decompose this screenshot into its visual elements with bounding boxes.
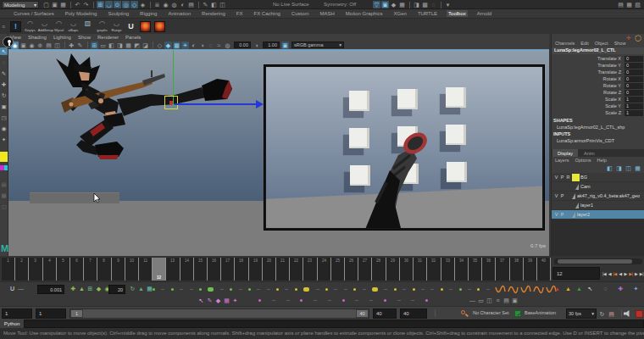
key-pill[interactable] bbox=[303, 287, 309, 292]
shelf-tab-rigging[interactable]: Rigging bbox=[138, 10, 158, 17]
channel-value-field[interactable]: 0 bbox=[625, 83, 643, 89]
select-tool[interactable]: ↖ bbox=[0, 47, 8, 55]
viewport-safe-title-icon[interactable]: ◪ bbox=[142, 42, 149, 49]
render-current-frame-icon[interactable]: ◍ bbox=[170, 1, 178, 8]
tick-dash[interactable] bbox=[411, 300, 414, 301]
panel-menu-show[interactable]: Show bbox=[78, 35, 91, 40]
frame-26[interactable]: 26 bbox=[345, 258, 358, 281]
viewport-shadows-icon[interactable]: ◐ bbox=[190, 42, 197, 49]
colorspace-dropdown[interactable]: sRGB gamma▾ bbox=[291, 42, 344, 48]
translate-x-arrowhead-icon[interactable] bbox=[256, 100, 264, 108]
kicking-leg-model[interactable] bbox=[266, 67, 542, 228]
selection-mask-hierarchy-icon[interactable]: ▽ bbox=[373, 1, 380, 8]
viewport-textured-icon[interactable]: ▩ bbox=[173, 42, 180, 49]
tick-dash[interactable] bbox=[239, 289, 242, 290]
key-dot[interactable] bbox=[276, 288, 279, 291]
make-object-live-icon[interactable]: ◈ bbox=[139, 1, 147, 8]
playback-start-field[interactable]: 1 bbox=[36, 308, 66, 319]
shelf-addsetup[interactable]: ◡AddSetup bbox=[37, 19, 52, 33]
snap-to-view-plane-icon[interactable]: ◇ bbox=[130, 1, 138, 8]
save-scene-icon[interactable]: ▦ bbox=[59, 1, 67, 8]
layer-new-from-selected-icon[interactable]: ▦ bbox=[634, 164, 641, 172]
shelf-range[interactable]: ◡Range bbox=[109, 19, 124, 33]
frame-9[interactable]: 9 bbox=[112, 258, 125, 281]
frame-14[interactable]: 14 bbox=[180, 258, 194, 281]
layer-row-ak47-rig-v0-4-beta-ak47-geo[interactable]: VPak47_rig_v0.4_beta:ak47_geo bbox=[552, 192, 644, 201]
layer-p-toggle[interactable]: P bbox=[559, 193, 565, 198]
panel-menu-panels[interactable]: Panels bbox=[125, 35, 141, 40]
animbot-collapse-icon[interactable]: — bbox=[17, 285, 25, 292]
snap-to-curve-icon[interactable]: ◡ bbox=[105, 1, 113, 8]
node-editor-icon[interactable]: ◫ bbox=[219, 1, 226, 8]
tick-dash[interactable] bbox=[384, 289, 387, 290]
tick-dash[interactable] bbox=[272, 300, 275, 301]
viewport-select-camera-icon[interactable]: ▣ bbox=[19, 42, 27, 49]
tick-dash[interactable] bbox=[161, 289, 164, 290]
frame-12[interactable]: 12 bbox=[153, 258, 166, 281]
frame-18[interactable]: 18 bbox=[235, 258, 248, 281]
key-dot[interactable] bbox=[394, 288, 397, 291]
frame-30[interactable]: 30 bbox=[400, 258, 414, 281]
frame-3[interactable]: 3 bbox=[29, 258, 42, 281]
key-dot[interactable] bbox=[295, 288, 297, 291]
viewport-bookmarks-icon[interactable]: ▤ bbox=[45, 42, 53, 49]
channel-value-field[interactable]: 1 bbox=[625, 103, 643, 109]
frame-2[interactable]: 2 bbox=[15, 258, 29, 281]
frame-32[interactable]: 32 bbox=[427, 258, 441, 281]
frame-10[interactable]: 10 bbox=[125, 258, 139, 281]
layer-v-toggle[interactable]: V bbox=[553, 193, 559, 198]
hypershade-icon[interactable]: ◧ bbox=[210, 1, 218, 8]
viewport-motion-blur-icon[interactable]: ◌ bbox=[207, 42, 214, 49]
anim-layer-label[interactable]: BaseAnimation bbox=[525, 310, 556, 315]
tick-dash[interactable] bbox=[257, 289, 260, 290]
frame-36[interactable]: 36 bbox=[482, 258, 496, 281]
layer-row-cam[interactable]: Cam bbox=[552, 182, 644, 192]
viewport-wireframe-icon[interactable]: ◇ bbox=[156, 42, 164, 49]
ghost-lines-icon[interactable]: ≡ bbox=[494, 297, 502, 304]
key-pill[interactable] bbox=[372, 287, 378, 292]
highlight-selection-icon[interactable]: ▦ bbox=[398, 1, 406, 8]
viewport-grid-icon[interactable]: ⊞ bbox=[91, 42, 98, 49]
animbot-triangle-icon[interactable]: ▲ bbox=[576, 286, 582, 292]
open-render-view-icon[interactable]: ◉ bbox=[162, 1, 169, 8]
frame-4[interactable]: 4 bbox=[43, 258, 57, 281]
range-start-handle[interactable]: 1 bbox=[70, 309, 83, 318]
viewport-camera-attributes-icon[interactable]: ⊕ bbox=[36, 42, 44, 49]
open-scene-icon[interactable]: ▣ bbox=[51, 1, 58, 8]
key-dot[interactable] bbox=[248, 288, 251, 291]
viewport-grease-pencil-icon[interactable]: ✎ bbox=[76, 42, 84, 49]
shelf-tab-arnold[interactable]: Arnold bbox=[475, 10, 493, 17]
frame-24[interactable]: 24 bbox=[318, 258, 331, 281]
viewport-resolution-gate-icon[interactable]: ◧ bbox=[108, 42, 115, 49]
animbot-key-pink-icon[interactable]: ◆ bbox=[214, 297, 222, 304]
animbot-grid-icon[interactable]: ⊞ bbox=[86, 285, 94, 292]
layer-list-empty-area[interactable] bbox=[552, 220, 644, 256]
animbot-frames-field[interactable]: 20 bbox=[108, 285, 125, 294]
tick-dash[interactable] bbox=[316, 289, 319, 290]
tick-dash[interactable] bbox=[486, 289, 490, 290]
shelf-tab-custom[interactable]: Custom bbox=[290, 10, 311, 17]
input-node-name[interactable]: LunaSp:armorPrimVis_CDT bbox=[552, 137, 644, 144]
ghost-minus-icon[interactable]: — bbox=[469, 297, 476, 304]
last-tool-used[interactable]: ◳ bbox=[0, 114, 8, 121]
frame-8[interactable]: 8 bbox=[97, 258, 111, 281]
layer-row-bg[interactable]: VPRBG bbox=[552, 173, 644, 182]
layer-r-toggle[interactable]: R bbox=[565, 175, 571, 180]
panel-menu-shading[interactable]: Shading bbox=[28, 35, 47, 40]
frame-35[interactable]: 35 bbox=[469, 258, 482, 281]
color-management-icon[interactable]: ▣ bbox=[281, 42, 289, 49]
tick-dash[interactable] bbox=[314, 300, 317, 301]
anim-layer-checkbox[interactable]: ✓ bbox=[514, 310, 521, 317]
viewport-shaded-icon[interactable]: ◆ bbox=[164, 42, 172, 49]
layer-menu-options[interactable]: Options bbox=[575, 158, 591, 164]
shelf-tab-sculpting[interactable]: Sculpting bbox=[106, 10, 130, 17]
shelf-tab-xgen[interactable]: XGen bbox=[392, 10, 408, 17]
channel-value-field[interactable]: 0 bbox=[625, 69, 643, 75]
construction-history-icon[interactable]: ≣ bbox=[153, 1, 161, 8]
paint-select-tool[interactable]: ✎ bbox=[0, 69, 8, 77]
animation-end-field[interactable]: 40 bbox=[400, 308, 427, 319]
frame-6[interactable]: 6 bbox=[70, 258, 84, 281]
panel-menu-lighting[interactable]: Lighting bbox=[53, 35, 71, 40]
loop-mode-icon[interactable]: ↻ bbox=[598, 310, 606, 318]
symmetry-label[interactable]: Symmetry: Off bbox=[324, 2, 356, 7]
